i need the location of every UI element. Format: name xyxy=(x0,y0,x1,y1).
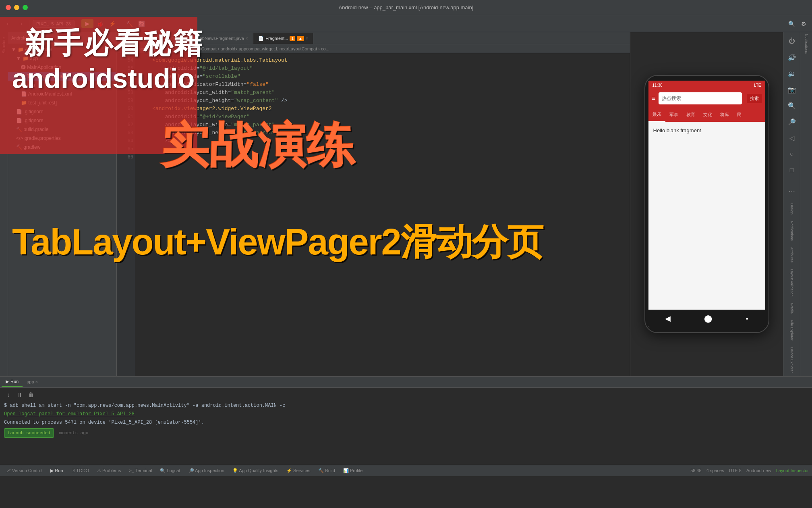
clear-btn[interactable]: 🗑 xyxy=(27,390,35,399)
phone-tab-culture[interactable]: 文化 xyxy=(699,107,716,122)
circle-icon[interactable]: ○ xyxy=(786,148,798,160)
emulator-panel: 11:30 LTE ≡ 热点搜索 搜索 娱乐 军事 xyxy=(630,32,783,376)
run-icon: ▶ xyxy=(6,379,9,384)
notification-label[interactable]: Notifications xyxy=(804,34,808,54)
zoom-out-icon[interactable]: 🔎 xyxy=(786,116,798,127)
encoding-info: UTF-8 xyxy=(729,468,742,473)
volume-down-icon[interactable]: 🔉 xyxy=(786,68,798,79)
phone-search-button[interactable]: 搜索 xyxy=(747,94,762,103)
right-tools: ⏻ 🔊 🔉 📷 🔍 🔎 ◁ ○ □ ⋯ Design Notifications… xyxy=(783,32,800,376)
phone-screen: 11:30 LTE ≡ 热点搜索 搜索 娱乐 军事 xyxy=(648,81,765,327)
launch-badge: Launch succeeded xyxy=(4,428,54,438)
code-line: <com.google.android.material.tabs.TabLay… xyxy=(140,56,625,65)
bottom-panel: ▶ Run app × ↓ ⏸ 🗑 $ adb shell am start -… xyxy=(0,376,812,465)
status-bar-left: ⎇ Version Control ▶ Run ☑ TODO ⚠ Problem… xyxy=(3,467,689,474)
device-explorer-label[interactable]: Device Explorer xyxy=(790,347,794,373)
notifications-label[interactable]: Notifications xyxy=(790,221,794,241)
settings-button[interactable]: ⚙ xyxy=(798,19,809,29)
power-icon[interactable]: ⏻ xyxy=(786,35,798,47)
phone-tab-more[interactable]: 民 xyxy=(733,107,746,122)
status-terminal[interactable]: >_ Terminal xyxy=(126,467,154,474)
scroll-to-end-btn[interactable]: ↓ xyxy=(4,390,13,399)
code-line: app:tabMode="scrollable" xyxy=(140,73,625,81)
search-everywhere-button[interactable]: 🔍 xyxy=(786,19,797,29)
bottom-tabs: ▶ Run app × xyxy=(0,377,812,388)
launch-time: moments ago xyxy=(59,431,89,435)
status-bar-right: 58:45 4 spaces UTF-8 Android-new Layout … xyxy=(690,468,809,473)
overlay-title-4: TabLayout+ViewPager2滑动分页 xyxy=(12,218,543,267)
nav-back-icon[interactable]: ◀ xyxy=(665,314,671,323)
status-version-control[interactable]: ⎇ Version Control xyxy=(3,467,45,474)
zoom-in-icon[interactable]: 🔍 xyxy=(786,100,798,111)
design-label[interactable]: Design xyxy=(790,203,794,214)
status-profiler[interactable]: 📊 Profiler xyxy=(341,467,367,474)
code-line: android:layout_height="wrap_content" /> xyxy=(140,97,625,105)
tab-run[interactable]: ▶ Run xyxy=(2,377,23,387)
nav-home-icon[interactable]: ⬤ xyxy=(704,314,712,323)
phone-tab-education[interactable]: 教育 xyxy=(682,107,699,122)
close-button[interactable] xyxy=(6,5,11,10)
code-line: <androidx.viewpager2.widget.ViewPager2 xyxy=(140,105,625,113)
phone-search-bar[interactable]: 热点搜索 xyxy=(659,92,742,104)
more-options-icon[interactable]: ⋯ xyxy=(786,185,798,197)
run-command: $ adb shell am start -n "com.app.news/co… xyxy=(4,402,808,410)
logcat-link[interactable]: Open logcat panel for emulator Pixel 5 A… xyxy=(4,411,135,417)
status-bar: ⎇ Version Control ▶ Run ☑ TODO ⚠ Problem… xyxy=(0,465,812,476)
bottom-toolbar: ↓ ⏸ 🗑 xyxy=(4,390,808,399)
minimize-button[interactable] xyxy=(14,5,19,10)
phone-device: 11:30 LTE ≡ 热点搜索 搜索 娱乐 军事 xyxy=(644,75,769,333)
status-todo[interactable]: ☑ TODO xyxy=(69,467,91,474)
nav-recents-icon[interactable]: ▪ xyxy=(746,314,748,323)
tab-close[interactable]: × xyxy=(306,36,308,41)
status-problems[interactable]: ⚠ Problems xyxy=(95,467,124,474)
warning-count: ▲ xyxy=(297,36,304,41)
status-services[interactable]: ⚡ Services xyxy=(284,467,313,474)
phone-app-bar: ≡ 热点搜索 搜索 xyxy=(648,90,765,107)
phone-nav-bar: ◀ ⬤ ▪ xyxy=(648,310,765,327)
code-line: android:layout_width="match_parent" xyxy=(140,89,625,97)
layout-inspector[interactable]: Layout Inspector xyxy=(776,468,809,473)
hamburger-icon[interactable]: ≡ xyxy=(652,95,655,102)
line-col: 58:45 xyxy=(690,468,702,473)
status-build[interactable]: 🔨 Build xyxy=(316,467,338,474)
back-nav-icon[interactable]: ◁ xyxy=(786,132,798,144)
pause-btn[interactable]: ⏸ xyxy=(15,390,24,399)
maximize-button[interactable] xyxy=(23,5,28,10)
phone-tab-military[interactable]: 军事 xyxy=(665,107,682,122)
square-icon[interactable]: □ xyxy=(786,164,798,176)
status-app-quality[interactable]: 💡 App Quality Insights xyxy=(230,467,281,474)
overlay-title-1: 新手必看秘籍 xyxy=(24,24,203,63)
rotate-icon[interactable]: 📷 xyxy=(786,84,798,95)
code-content[interactable]: <com.google.android.material.tabs.TabLay… xyxy=(135,53,630,376)
bottom-content: ↓ ⏸ 🗑 $ adb shell am start -n "com.app.n… xyxy=(0,388,812,465)
phone-tab-jiangku[interactable]: 将库 xyxy=(716,107,733,122)
notification-bar: Notifications xyxy=(800,32,812,376)
connected-msg: Connected to process 5471 on device 'Pix… xyxy=(4,418,808,427)
status-run[interactable]: ▶ Run xyxy=(48,467,65,474)
code-line: android:id="@+id/tab_layout" xyxy=(140,65,625,73)
status-app-inspection[interactable]: 🔎 App Inspection xyxy=(186,467,227,474)
tab-fragment-active[interactable]: 📄Fragment... 1 ▲ × xyxy=(253,33,313,44)
phone-tabs: 娱乐 军事 教育 文化 将库 民 xyxy=(648,107,765,122)
layout-validation-label[interactable]: Layout Validation xyxy=(790,269,794,296)
phone-tab-entertainment[interactable]: 娱乐 xyxy=(648,107,665,122)
volume-up-icon[interactable]: 🔊 xyxy=(786,52,798,63)
phone-network: LTE xyxy=(754,83,761,87)
emulator-frame: 11:30 LTE ≡ 热点搜索 搜索 娱乐 军事 xyxy=(630,32,783,376)
overlay-title-2: androidstudio xyxy=(12,62,195,94)
phone-time: 11:30 xyxy=(652,83,663,87)
phone-status-bar: 11:30 LTE xyxy=(648,81,765,90)
attributes-label[interactable]: Attributes xyxy=(790,247,794,262)
code-line: app:tabIndicatorFullWidth="false" xyxy=(140,81,625,89)
git-branch: Android-new xyxy=(746,468,771,473)
tab-close[interactable]: × xyxy=(246,36,248,41)
indent-info: 4 spaces xyxy=(706,468,724,473)
overlay-title-3: 实战演练 xyxy=(160,114,356,179)
file-explorer-label[interactable]: File Explorer xyxy=(790,320,794,341)
status-logcat[interactable]: 🔍 Logcat xyxy=(157,467,182,474)
search-placeholder: 热点搜索 xyxy=(662,95,681,102)
phone-content: Hello blank fragment xyxy=(648,122,765,310)
gradle-label[interactable]: Gradle xyxy=(790,303,794,314)
tab-app[interactable]: app × xyxy=(23,377,42,387)
window-title: Android-new – app_bar_main.xml [Android-… xyxy=(339,4,474,10)
